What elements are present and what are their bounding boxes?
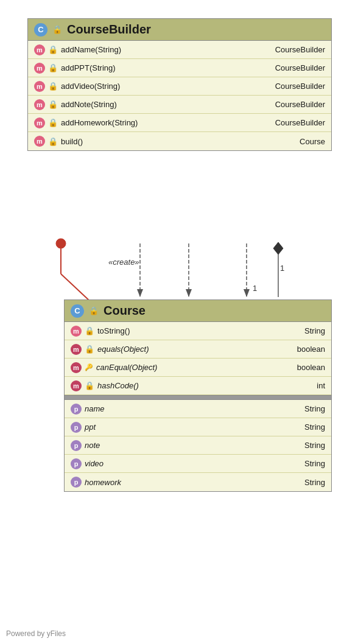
course-method-icon-m2: m: [71, 344, 82, 355]
course-method-icon-m1: m: [71, 326, 82, 337]
svg-marker-10: [273, 242, 283, 254]
course-method-icon-m3: m: [71, 362, 82, 373]
method-icon-m4: m: [34, 99, 45, 110]
method-addnote-return: CourseBuilder: [275, 100, 325, 109]
method-addvideo: m 🔒 addVideo(String) CourseBuilder: [28, 77, 331, 96]
method-icon-m3: m: [34, 81, 45, 92]
method-tostring-label: toString(): [97, 326, 301, 335]
method-addvideo-label: addVideo(String): [61, 82, 272, 91]
field-homework: p homework String: [65, 473, 331, 491]
field-icon-p1: p: [71, 404, 82, 415]
svg-marker-5: [244, 289, 250, 297]
fields-divider: [65, 395, 331, 400]
course-method-icon-m4: m: [71, 380, 82, 391]
field-homework-return: String: [304, 478, 325, 487]
method-build: m 🔒 build() Course: [28, 132, 331, 150]
field-name-label: name: [85, 404, 301, 413]
field-name: p name String: [65, 400, 331, 418]
coursebuilder-class: C 🔒 CourseBuilder m 🔒 addName(String) Co…: [27, 18, 332, 151]
course-title: Course: [104, 304, 146, 318]
field-note-return: String: [304, 441, 325, 450]
diagram-container: «create» 1 1 C 🔒 CourseBuilder m 🔒 addNa…: [0, 0, 358, 644]
method-hashcode-return: int: [317, 381, 325, 390]
method-addname-return: CourseBuilder: [275, 45, 325, 54]
method-canequal-label: canEqual(Object): [96, 363, 294, 372]
field-note-label: note: [85, 441, 301, 450]
field-icon-p2: p: [71, 422, 82, 433]
method-tostring: m 🔒 toString() String: [65, 322, 331, 340]
svg-marker-1: [137, 289, 143, 297]
course-header: C 🔒 Course: [65, 300, 331, 322]
field-icon-p4: p: [71, 458, 82, 469]
method-addvideo-return: CourseBuilder: [275, 82, 325, 91]
method-addhomework-label: addHomework(String): [61, 118, 272, 127]
field-homework-label: homework: [85, 478, 301, 487]
method-icon-m2: m: [34, 63, 45, 74]
powered-by-text: Powered by yFiles: [6, 629, 66, 638]
svg-marker-3: [186, 289, 192, 297]
field-name-return: String: [304, 404, 325, 413]
powered-by-footer: Powered by yFiles: [6, 629, 66, 638]
svg-text:«create»: «create»: [108, 257, 139, 267]
method-canequal: m 🔑 canEqual(Object) boolean: [65, 359, 331, 377]
method-equals-return: boolean: [297, 345, 325, 354]
svg-text:1: 1: [280, 264, 284, 273]
field-video-label: video: [85, 459, 301, 468]
method-addppt-label: addPPT(String): [61, 63, 272, 72]
method-icon-m5: m: [34, 117, 45, 128]
field-video-return: String: [304, 459, 325, 468]
method-addhomework-return: CourseBuilder: [275, 118, 325, 127]
coursebuilder-lock-icon: 🔒: [52, 25, 62, 34]
method-build-label: build(): [61, 137, 297, 146]
field-icon-p5: p: [71, 477, 82, 488]
coursebuilder-title: CourseBuilder: [67, 23, 151, 37]
field-icon-p3: p: [71, 440, 82, 451]
method-icon-m6: m: [34, 136, 45, 147]
svg-text:1: 1: [253, 284, 257, 293]
method-addhomework: m 🔒 addHomework(String) CourseBuilder: [28, 114, 331, 132]
method-addppt-return: CourseBuilder: [275, 63, 325, 72]
method-hashcode-label: hashCode(): [97, 381, 314, 390]
method-equals-label: equals(Object): [97, 345, 294, 354]
field-video: p video String: [65, 455, 331, 473]
method-icon-m: m: [34, 44, 45, 55]
coursebuilder-class-icon: C: [34, 23, 47, 37]
field-note: p note String: [65, 436, 331, 455]
method-addname-label: addName(String): [61, 45, 272, 54]
method-tostring-return: String: [304, 326, 325, 335]
method-addname: m 🔒 addName(String) CourseBuilder: [28, 41, 331, 59]
method-hashcode: m 🔒 hashCode() int: [65, 377, 331, 395]
field-ppt-return: String: [304, 422, 325, 432]
method-canequal-return: boolean: [297, 363, 325, 372]
course-class-icon: C: [71, 304, 84, 318]
coursebuilder-header: C 🔒 CourseBuilder: [28, 19, 331, 41]
method-equals: m 🔒 equals(Object) boolean: [65, 340, 331, 359]
field-ppt-label: ppt: [85, 422, 301, 432]
field-ppt: p ppt String: [65, 418, 331, 436]
course-key-icon: 🔑: [85, 363, 93, 371]
method-addppt: m 🔒 addPPT(String) CourseBuilder: [28, 59, 331, 77]
svg-point-7: [56, 239, 66, 248]
course-lock-icon: 🔒: [89, 306, 99, 315]
method-addnote-label: addNote(String): [61, 100, 272, 109]
method-addnote: m 🔒 addNote(String) CourseBuilder: [28, 96, 331, 114]
course-class: C 🔒 Course m 🔒 toString() String m 🔒 equ…: [64, 299, 332, 492]
svg-line-9: [61, 274, 90, 301]
method-build-return: Course: [300, 137, 325, 146]
